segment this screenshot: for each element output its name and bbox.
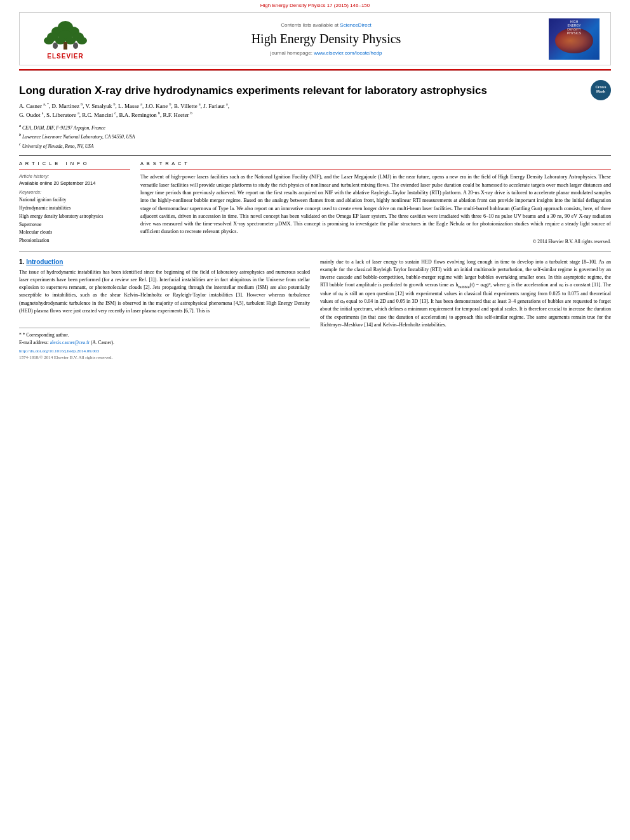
body-left-text: The issue of hydrodynamic instabilities … (19, 269, 310, 315)
svg-rect-11 (64, 42, 67, 50)
journal-cover-area: HIGHENERGYDENSITYPHYSICS (549, 18, 603, 60)
intro-section-title: 1. Introduction (19, 258, 310, 265)
section-title-link[interactable]: Introduction (26, 258, 63, 265)
available-online: Available online 20 September 2014 (19, 180, 130, 186)
issn-text: 1574-1818/© 2014 Elsevier B.V. All right… (19, 355, 112, 360)
footnote-area: * * Corresponding author. E-mail address… (19, 328, 310, 360)
cover-title-small: HIGHENERGYDENSITYPHYSICS (550, 20, 598, 35)
page-container: High Energy Density Physics 17 (2015) 14… (0, 0, 630, 840)
section-divider (19, 251, 611, 252)
authors-text: A. Casner a, *, D. Martinez b, V. Smalyu… (19, 103, 229, 118)
body-section: 1. Introduction The issue of hydrodynami… (19, 258, 611, 360)
corresponding-author-note: * * Corresponding author. (19, 331, 310, 339)
contents-available-line: Contents lists available at ScienceDirec… (104, 22, 549, 28)
elsevier-brand-text: ELSEVIER (47, 53, 83, 60)
elsevier-logo: ELSEVIER (27, 18, 104, 60)
issn-line: 1574-1818/© 2014 Elsevier B.V. All right… (19, 355, 310, 360)
svg-text:Mark: Mark (596, 90, 606, 93)
footnote-star-text: * Corresponding author. (23, 332, 69, 338)
keyword-2: Hydrodynamic instabilities (19, 204, 130, 213)
affiliation-divider (19, 155, 611, 156)
homepage-line: journal homepage: www.elsevier.com/locat… (104, 50, 549, 56)
crossmark-icon: Cross Mark (591, 80, 611, 100)
keyword-3: High energy density laboratory astrophys… (19, 213, 130, 221)
abstract-text: The advent of high-power lasers faciliti… (140, 173, 611, 236)
contents-text: Contents lists available at (281, 22, 338, 28)
abstract-col: A B S T R A C T The advent of high-power… (140, 161, 611, 245)
journal-banner: High Energy Density Physics 17 (2015) 14… (0, 0, 630, 10)
journal-header: ELSEVIER Contents lists available at Sci… (19, 12, 611, 65)
email-link[interactable]: alexis.casner@cea.fr (50, 340, 90, 345)
affiliation-c: c University of Nevada, Reno, NV, USA (19, 141, 611, 150)
email-note: E-mail address: alexis.casner@cea.fr (A.… (19, 339, 310, 347)
keyword-5: Molecular clouds (19, 229, 130, 237)
doi-text: http://dx.doi.org/10.1016/j.hedp.2014.09… (19, 349, 99, 354)
keyword-1: National ignition facility (19, 196, 130, 204)
body-right-col: mainly due to a lack of laser energy to … (320, 258, 611, 360)
email-name: (A. Casner). (91, 340, 114, 345)
keyword-4: Supernovae (19, 221, 130, 229)
keyword-6: Photoionization (19, 237, 130, 245)
article-title: Long duration X-ray drive hydrodynamics … (19, 84, 611, 98)
affiliation-a: a CEA, DAM, DIF, F-91297 Arpajon, France (19, 123, 611, 132)
info-abstract-section: A R T I C L E I N F O Article history: A… (19, 161, 611, 245)
elsevier-logo-area: ELSEVIER (27, 18, 104, 60)
svg-text:Cross: Cross (595, 85, 607, 89)
affiliation-b: b Lawrence Livermore National Laboratory… (19, 131, 611, 141)
article-info-col: A R T I C L E I N F O Article history: A… (19, 161, 130, 245)
email-label: E-mail address: (19, 340, 49, 345)
crossmark-badge[interactable]: Cross Mark (591, 80, 611, 100)
homepage-label: journal homepage: (271, 50, 312, 56)
article-content: Cross Mark Long duration X-ray drive hyd… (0, 71, 630, 366)
svg-point-13 (73, 43, 78, 49)
article-info-header: A R T I C L E I N F O (19, 161, 130, 166)
keywords-label: Keywords: (19, 189, 130, 195)
svg-point-7 (44, 37, 54, 44)
affiliations: a CEA, DAM, DIF, F-91297 Arpajon, France… (19, 123, 611, 150)
red-divider-left (19, 170, 130, 170)
elsevier-tree-icon (40, 18, 91, 53)
body-right-text: mainly due to a lack of laser energy to … (320, 258, 611, 329)
history-label: Article history: (19, 173, 130, 179)
banner-text: High Energy Density Physics 17 (2015) 14… (260, 3, 370, 8)
doi-line[interactable]: http://dx.doi.org/10.1016/j.hedp.2014.09… (19, 349, 310, 354)
homepage-url[interactable]: www.elsevier.com/locate/hedp (314, 50, 382, 56)
body-left-col: 1. Introduction The issue of hydrodynami… (19, 258, 310, 360)
svg-point-10 (77, 37, 87, 44)
journal-header-center: Contents lists available at ScienceDirec… (104, 22, 549, 56)
journal-cover-image: HIGHENERGYDENSITYPHYSICS (549, 18, 600, 60)
authors-line: A. Casner a, *, D. Martinez b, V. Smalyu… (19, 102, 611, 120)
red-divider-right (140, 170, 611, 170)
abstract-header: A B S T R A C T (140, 161, 611, 166)
keywords-list: National ignition facility Hydrodynamic … (19, 196, 130, 245)
svg-point-12 (53, 43, 58, 49)
journal-title: High Energy Density Physics (104, 32, 549, 46)
section-number: 1. (19, 258, 26, 265)
sciencedirect-link[interactable]: ScienceDirect (340, 22, 371, 28)
copyright: © 2014 Elsevier B.V. All rights reserved… (140, 239, 611, 244)
